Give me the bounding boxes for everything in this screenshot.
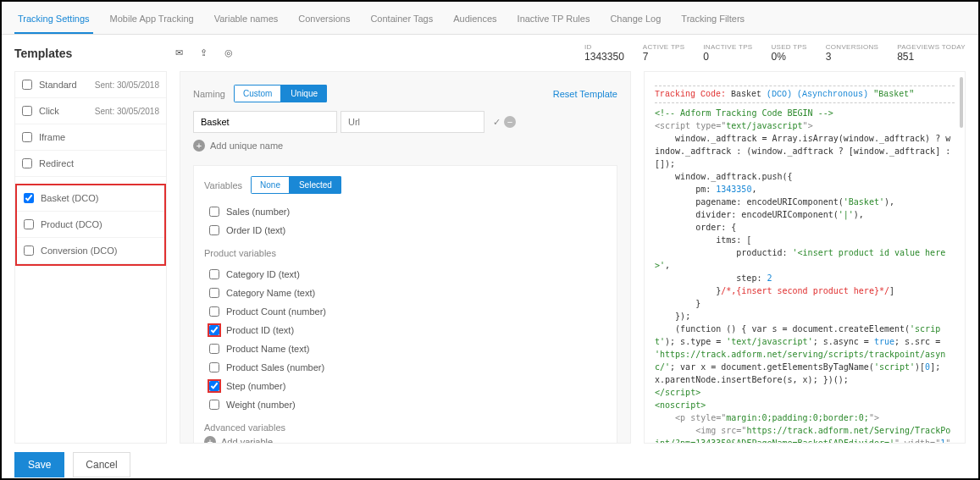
checkbox-product-sales[interactable]: [209, 362, 219, 372]
cancel-button[interactable]: Cancel: [73, 452, 130, 477]
var-product-sales-label: Product Sales (number): [226, 362, 324, 372]
tab-inactive-tp-rules[interactable]: Inactive TP Rules: [514, 8, 594, 34]
save-button[interactable]: Save: [14, 452, 64, 477]
template-conversion-dco[interactable]: Conversion (DCO): [17, 238, 164, 264]
tab-change-log[interactable]: Change Log: [606, 8, 664, 34]
checkbox-redirect[interactable]: [22, 158, 32, 168]
header-row: Templates ✉ ⇪ ◎ ID1343350 ACTIVE TPS7 IN…: [2, 35, 978, 71]
tab-container-tags[interactable]: Container Tags: [367, 8, 436, 34]
naming-url-input[interactable]: [341, 111, 484, 133]
template-click[interactable]: Click Sent: 30/05/2018: [15, 98, 166, 124]
template-standard-label: Standard: [39, 80, 95, 90]
checkbox-click[interactable]: [22, 106, 32, 116]
scrollbar-handle[interactable]: [960, 77, 963, 128]
add-unique-label: Add unique name: [210, 141, 283, 151]
checkbox-step[interactable]: [209, 381, 219, 391]
code-header: Tracking Code: Basket (DCO) (Asynchronou…: [655, 90, 955, 99]
tab-tracking-settings[interactable]: Tracking Settings: [14, 8, 93, 34]
checkbox-standard[interactable]: [22, 80, 32, 90]
code-header-dco: (DCO): [767, 90, 792, 99]
highlighted-templates: Basket (DCO) Product (DCO) Conversion (D…: [15, 184, 166, 266]
template-standard-sent: Sent: 30/05/2018: [95, 80, 159, 90]
add-unique-name[interactable]: + Add unique name: [193, 140, 617, 152]
stat-active-value: 7: [643, 51, 685, 63]
var-product-id[interactable]: Product ID (text): [209, 321, 606, 339]
checkbox-product-count[interactable]: [209, 306, 219, 317]
stat-inactive-value: 0: [703, 51, 752, 63]
template-click-label: Click: [39, 106, 95, 116]
var-product-name-label: Product Name (text): [226, 344, 309, 354]
template-redirect-label: Redirect: [39, 158, 159, 168]
template-sidebar: Standard Sent: 30/05/2018 Click Sent: 30…: [14, 71, 167, 444]
stat-inactive-label: INACTIVE TPS: [703, 43, 752, 51]
checkbox-conversion[interactable]: [24, 246, 34, 256]
var-order-id[interactable]: Order ID (text): [209, 221, 606, 240]
page-title: Templates: [14, 47, 175, 60]
template-iframe[interactable]: Iframe: [15, 124, 166, 151]
plus-icon: +: [193, 140, 205, 152]
remove-icon[interactable]: −: [504, 116, 516, 128]
toggle-unique[interactable]: Unique: [281, 85, 327, 102]
checkbox-category-name[interactable]: [209, 288, 219, 298]
checkbox-product-id[interactable]: [209, 325, 219, 335]
add-variable[interactable]: + Add variable: [204, 436, 606, 444]
var-product-sales[interactable]: Product Sales (number): [209, 358, 606, 377]
stat-id-value: 1343350: [584, 51, 624, 63]
code-header-name: "Basket": [873, 90, 914, 99]
template-iframe-label: Iframe: [39, 132, 159, 142]
toggle-custom[interactable]: Custom: [234, 85, 281, 102]
stat-conv-value: 3: [826, 51, 878, 63]
plus-icon: +: [204, 436, 216, 444]
stat-used-value: 0%: [771, 51, 806, 63]
toggle-selected[interactable]: Selected: [290, 176, 341, 194]
var-product-count-label: Product Count (number): [226, 306, 326, 317]
checkbox-weight[interactable]: [209, 400, 219, 410]
code-panel: Tracking Code: Basket (DCO) (Asynchronou…: [644, 71, 966, 444]
template-basket-dco[interactable]: Basket (DCO): [17, 185, 164, 212]
share-icon[interactable]: ⇪: [200, 47, 208, 58]
var-sales[interactable]: Sales (number): [209, 202, 606, 221]
check-icon[interactable]: ✓: [493, 117, 501, 128]
checkbox-sales[interactable]: [209, 207, 219, 217]
template-product-dco[interactable]: Product (DCO): [17, 212, 164, 238]
stat-conv-label: CONVERSIONS: [826, 43, 878, 51]
mail-icon[interactable]: ✉: [175, 47, 183, 58]
checkbox-basket[interactable]: [24, 193, 34, 203]
variables-toggle: None Selected: [251, 176, 341, 194]
template-standard[interactable]: Standard Sent: 30/05/2018: [15, 72, 166, 98]
toggle-none[interactable]: None: [251, 176, 290, 194]
tab-mobile-app-tracking[interactable]: Mobile App Tracking: [107, 8, 197, 34]
checkbox-order-id[interactable]: [209, 225, 219, 235]
checkbox-iframe[interactable]: [22, 132, 32, 142]
tab-audiences[interactable]: Audiences: [450, 8, 500, 34]
var-product-name[interactable]: Product Name (text): [209, 339, 606, 358]
var-order-id-label: Order ID (text): [226, 225, 285, 235]
template-redirect[interactable]: Redirect: [15, 151, 166, 177]
var-category-id[interactable]: Category ID (text): [209, 265, 606, 284]
variables-title: Variables: [204, 180, 242, 190]
tab-tracking-filters[interactable]: Tracking Filters: [678, 8, 748, 34]
var-weight[interactable]: Weight (number): [209, 395, 606, 414]
naming-toggle: Custom Unique: [234, 85, 327, 102]
checkbox-product[interactable]: [24, 219, 34, 229]
tab-variable-names[interactable]: Variable names: [211, 8, 282, 34]
tracking-code[interactable]: <!-- Adform Tracking Code BEGIN --> <scr…: [655, 107, 955, 444]
var-category-name-label: Category Name (text): [226, 288, 315, 298]
add-variable-label: Add variable: [221, 437, 273, 444]
reset-template-link[interactable]: Reset Template: [553, 89, 617, 99]
stat-used-label: USED TPS: [771, 43, 806, 51]
var-category-name[interactable]: Category Name (text): [209, 284, 606, 302]
checkbox-product-name[interactable]: [209, 344, 219, 354]
advanced-variables-header: Advanced variables: [204, 422, 606, 433]
main-area: Standard Sent: 30/05/2018 Click Sent: 30…: [2, 71, 978, 444]
stat-id-label: ID: [584, 43, 624, 51]
chrome-icon[interactable]: ◎: [224, 47, 233, 58]
var-product-count[interactable]: Product Count (number): [209, 302, 606, 321]
tab-conversions[interactable]: Conversions: [295, 8, 353, 34]
template-conversion-label: Conversion (DCO): [41, 246, 158, 256]
naming-name-input[interactable]: [193, 111, 337, 133]
checkbox-category-id[interactable]: [209, 269, 219, 279]
var-category-id-label: Category ID (text): [226, 269, 300, 279]
var-step[interactable]: Step (number): [209, 377, 606, 395]
var-product-id-label: Product ID (text): [226, 325, 294, 335]
